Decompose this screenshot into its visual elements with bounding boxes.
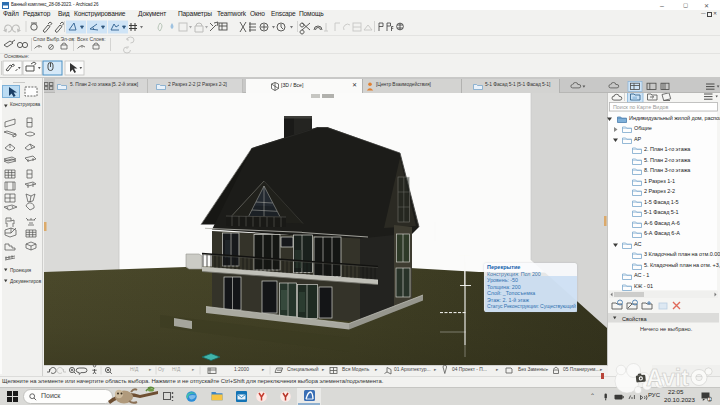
svg-text:Avit: Avit	[646, 364, 689, 391]
